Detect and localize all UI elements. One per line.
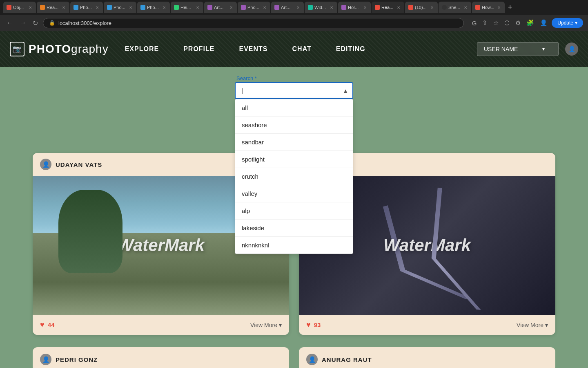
tab-label-2: Rea... — [47, 5, 58, 10]
card-2-view-more-label: View More — [517, 322, 543, 328]
tab-label-10: Wid... — [314, 5, 326, 10]
dropdown-item-all[interactable]: all — [235, 99, 353, 117]
search-dropdown: all seashore sandbar spotlight crutch va… — [235, 99, 353, 254]
nav-profile[interactable]: PROFILE — [183, 45, 214, 53]
tab-label-5: Pho... — [147, 5, 159, 10]
back-button[interactable]: ← — [5, 18, 15, 28]
card-bottom-1-username: PEDRI GONZ — [56, 356, 98, 363]
tab-9[interactable]: Art... ✕ — [271, 2, 304, 13]
dropdown-item-seashore[interactable]: seashore — [235, 117, 353, 134]
update-chevron: ▾ — [575, 20, 577, 26]
puzzle-icon[interactable]: 🧩 — [525, 18, 536, 28]
tab-10[interactable]: Wid... ✕ — [305, 2, 337, 13]
card-2-view-more[interactable]: View More ▾ — [517, 322, 548, 328]
app-header: 📷 PHOTOgraphy EXPLORE PROFILE EVENTS CHA… — [0, 31, 588, 67]
tab-favicon-8 — [241, 5, 246, 10]
url-text: localhost:3000/explore — [58, 20, 111, 26]
tab-close-2[interactable]: ✕ — [61, 4, 66, 11]
url-bar[interactable]: 🔒 localhost:3000/explore — [43, 18, 464, 28]
card-bottom-2-username: ANURAG RAUT — [322, 356, 372, 363]
main-content: Search * ▲ all seashore sandbar spotligh… — [0, 67, 588, 368]
tab-label-13: (10)... — [415, 5, 427, 10]
tab-11[interactable]: Hor... ✕ — [338, 2, 371, 13]
tab-close-3[interactable]: ✕ — [95, 4, 100, 11]
tab-favicon-15 — [475, 5, 480, 10]
tab-favicon-4 — [107, 5, 112, 10]
tab-close-14[interactable]: ✕ — [463, 4, 468, 11]
tab-1[interactable]: Obj... ✕ — [3, 2, 36, 13]
nav-explore[interactable]: EXPLORE — [125, 45, 159, 53]
username-text: USER NAME — [484, 46, 518, 52]
tab-6[interactable]: Hei... ✕ — [171, 2, 203, 13]
card-1-view-more[interactable]: View More ▾ — [250, 322, 282, 328]
tab-close-11[interactable]: ✕ — [363, 4, 368, 11]
dropdown-item-alp[interactable]: alp — [235, 202, 353, 220]
card-2-footer: ♥ 93 View More ▾ — [299, 315, 555, 335]
update-button[interactable]: Update ▾ — [552, 18, 583, 28]
share-icon[interactable]: ⇧ — [481, 18, 489, 28]
tab-close-5[interactable]: ✕ — [162, 4, 167, 11]
tab-close-8[interactable]: ✕ — [262, 4, 267, 11]
header-avatar[interactable]: 👤 — [565, 43, 578, 56]
heart-icon-2: ♥ — [306, 321, 311, 329]
dropdown-item-lakeside[interactable]: lakeside — [235, 220, 353, 237]
logo-graphy: graphy — [71, 43, 109, 55]
tab-favicon-5 — [140, 5, 145, 10]
tab-favicon-2 — [40, 5, 45, 10]
tab-close-13[interactable]: ✕ — [430, 4, 434, 11]
card-1-like-count: 44 — [48, 321, 55, 328]
tab-label-4: Pho... — [114, 5, 125, 10]
logo-area: 📷 PHOTOgraphy — [10, 42, 109, 56]
tab-close-12[interactable]: ✕ — [396, 4, 401, 11]
dropdown-item-nknnknknl[interactable]: nknnknknl — [235, 237, 353, 254]
dropdown-item-valley[interactable]: valley — [235, 185, 353, 202]
tab-favicon-13 — [408, 5, 413, 10]
tab-15[interactable]: How... ✕ — [472, 2, 505, 13]
nav-events[interactable]: EVENTS — [239, 45, 268, 53]
heart-icon-1: ♥ — [40, 321, 45, 329]
tab-4[interactable]: Pho... ✕ — [104, 2, 136, 13]
tab-close-9[interactable]: ✕ — [296, 4, 301, 11]
tab-label-9: Art... — [281, 5, 290, 10]
tab-3[interactable]: Pho... ✕ — [70, 2, 103, 13]
settings-icon[interactable]: ⚙ — [514, 18, 522, 28]
star-icon[interactable]: ☆ — [492, 18, 500, 28]
camera-icon: 📷 — [13, 45, 22, 54]
dropdown-item-spotlight[interactable]: spotlight — [235, 151, 353, 168]
update-label: Update — [557, 20, 573, 26]
dropdown-item-crutch[interactable]: crutch — [235, 168, 353, 185]
tab-7[interactable]: Art... ✕ — [204, 2, 237, 13]
nav-editing[interactable]: EDITING — [336, 45, 365, 53]
tab-13[interactable]: (10)... ✕ — [405, 2, 438, 13]
card-2-watermark: WaterMark — [383, 236, 471, 255]
tab-bar: Obj... ✕ Rea... ✕ Pho... ✕ Pho... ✕ Pho.… — [0, 0, 588, 15]
tab-label-12: Rea... — [381, 5, 393, 10]
forward-button[interactable]: → — [18, 18, 28, 28]
tab-label-6: Hei... — [180, 5, 191, 10]
tab-close-1[interactable]: ✕ — [28, 4, 33, 11]
tab-favicon-12 — [375, 5, 380, 10]
extension-icon[interactable]: ⬡ — [503, 18, 511, 28]
tab-favicon-14 — [442, 5, 447, 10]
username-dropdown[interactable]: USER NAME ▾ — [477, 42, 559, 56]
tab-close-10[interactable]: ✕ — [329, 4, 334, 11]
new-tab-button[interactable]: + — [506, 2, 515, 13]
tab-close-7[interactable]: ✕ — [229, 4, 234, 11]
tab-close-4[interactable]: ✕ — [128, 4, 133, 11]
google-icon[interactable]: G — [470, 18, 479, 28]
tab-8[interactable]: Pho... ✕ — [238, 2, 270, 13]
tab-close-6[interactable]: ✕ — [195, 4, 200, 11]
search-input[interactable] — [236, 83, 352, 98]
cards-bottom-row: 👤 PEDRI GONZ 👤 ANURAG RAUT — [0, 347, 588, 368]
tab-12[interactable]: Rea... ✕ — [372, 2, 404, 13]
nav-chat[interactable]: CHAT — [292, 45, 312, 53]
tab-close-15[interactable]: ✕ — [497, 4, 501, 11]
tab-14[interactable]: She... ✕ — [439, 2, 471, 13]
tab-2[interactable]: Rea... ✕ — [37, 2, 69, 13]
reload-button[interactable]: ↻ — [31, 18, 40, 29]
dropdown-chevron-icon: ▾ — [542, 46, 545, 52]
tab-5[interactable]: Pho... ✕ — [137, 2, 170, 13]
dropdown-item-sandbar[interactable]: sandbar — [235, 134, 353, 151]
profile-icon[interactable]: 👤 — [538, 18, 549, 28]
tab-label-7: Art... — [214, 5, 223, 10]
